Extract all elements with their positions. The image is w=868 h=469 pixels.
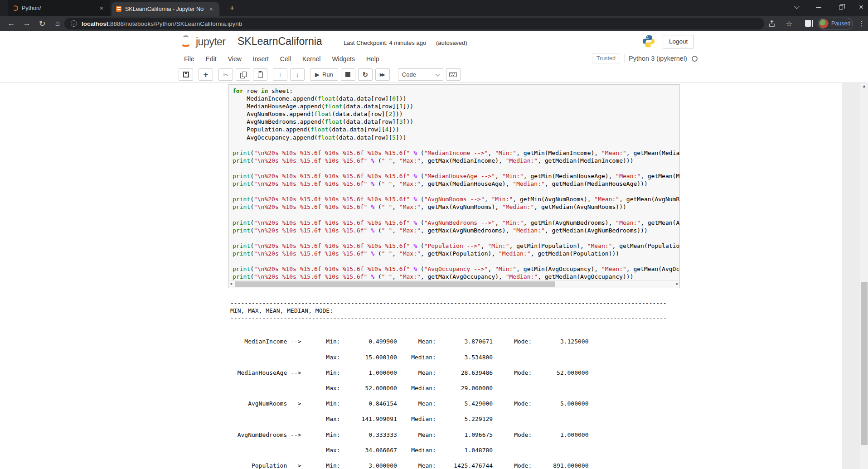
divider — [625, 54, 625, 63]
logout-button[interactable]: Logout — [663, 35, 694, 48]
copy-icon — [240, 72, 246, 77]
notebook-favicon-icon — [116, 6, 121, 12]
notebook-header: jupyter SKLearnCalifornia Last Checkpoin… — [0, 31, 868, 52]
home-icon[interactable]: ⌂ — [51, 16, 64, 31]
menu-kernel[interactable]: Kernel — [298, 55, 325, 63]
scrollbar-thumb[interactable] — [235, 281, 555, 287]
kernel-indicator: Python 3 (ipykernel) — [625, 54, 698, 63]
tab-title: Python/ — [22, 5, 94, 11]
profile-avatar — [819, 19, 829, 29]
move-cell-up-button[interactable]: ↑ — [273, 68, 287, 81]
chevron-down-icon — [435, 72, 440, 76]
url-path: :8888/notebooks/Python/SKLearnCalifornia… — [108, 20, 242, 27]
menu-items: FileEditViewInsertCellKernelWidgetsHelp — [180, 52, 387, 66]
interrupt-kernel-button[interactable] — [341, 68, 355, 81]
scroll-right-icon[interactable]: ▸ — [676, 281, 679, 286]
menu-file[interactable]: File — [180, 55, 199, 63]
cell-type-value: Code — [402, 71, 416, 78]
browser-menu-kebab-icon[interactable]: ⋮ — [855, 16, 868, 31]
save-button[interactable] — [179, 68, 193, 81]
scroll-left-icon[interactable]: ◂ — [230, 281, 232, 286]
sync-paused-label: Paused — [831, 20, 850, 27]
run-button[interactable]: ▶Run — [310, 68, 338, 81]
plus-icon: + — [204, 71, 209, 78]
browser-tab-strip: Python/ × SKLearnCalifornia - Jupyter No… — [0, 0, 868, 16]
fast-forward-icon: ▶▶ — [380, 72, 385, 77]
tab-title: SKLearnCalifornia - Jupyter Note — [125, 6, 204, 12]
copy-cell-button[interactable] — [236, 68, 250, 81]
restart-icon: ↻ — [363, 71, 369, 79]
window-minimize-button[interactable] — [810, 0, 828, 15]
page-vertical-scrollbar[interactable]: ▲ — [860, 83, 868, 469]
tab-loading-spinner-icon — [13, 5, 18, 11]
scissors-icon: ✂ — [223, 71, 228, 78]
paste-cell-button[interactable] — [253, 68, 267, 81]
address-bar[interactable]: i localhost:8888/notebooks/Python/SKLear… — [64, 18, 764, 29]
scrollbar-thumb[interactable] — [861, 282, 868, 445]
move-cell-down-button[interactable]: ↓ — [290, 68, 305, 81]
autosave-status: (autosaved) — [436, 39, 467, 46]
arrow-down-icon: ↓ — [296, 71, 299, 78]
bookmark-star-icon[interactable]: ☆ — [782, 16, 796, 31]
page-info-icon[interactable]: i — [71, 20, 77, 27]
notebook-title[interactable]: SKLearnCalifornia — [238, 35, 322, 48]
paste-icon — [258, 72, 263, 78]
trusted-badge[interactable]: Trusted — [592, 53, 620, 63]
stop-icon — [345, 72, 350, 77]
run-label: Run — [322, 71, 333, 78]
side-panel-icon[interactable] — [805, 20, 811, 27]
jupyter-logo-text[interactable]: jupyter — [196, 36, 226, 48]
menu-cell[interactable]: Cell — [276, 55, 295, 63]
scroll-up-icon[interactable]: ▲ — [860, 84, 868, 88]
kernel-idle-icon — [692, 56, 698, 62]
cell-output: ----------------------------------------… — [230, 299, 842, 469]
command-palette-button[interactable] — [446, 68, 461, 81]
share-icon[interactable] — [765, 16, 779, 31]
notebook-menubar: FileEditViewInsertCellKernelWidgetsHelp … — [0, 52, 868, 66]
python-logo-icon — [642, 34, 655, 50]
window-restore-button[interactable] — [832, 0, 850, 15]
menu-view[interactable]: View — [224, 55, 246, 63]
window-close-button[interactable]: × — [852, 0, 868, 15]
menu-widgets[interactable]: Widgets — [328, 55, 359, 63]
profile-paused-pill[interactable]: Paused — [818, 18, 853, 29]
cell-type-select[interactable]: Code — [398, 68, 443, 81]
menu-edit[interactable]: Edit — [202, 55, 221, 63]
url-text: localhost:8888/notebooks/Python/SKLearnC… — [82, 20, 242, 27]
kernel-name: Python 3 (ipykernel) — [629, 55, 687, 62]
notebook-toolbar: + ✂ ↑ ↓ ▶Run ↻ ▶▶ Code — [0, 66, 868, 83]
browser-tab-python[interactable]: Python/ × — [8, 0, 110, 16]
cell-code-editor[interactable]: for row in sheet: MedianIncome.append(fl… — [229, 85, 679, 281]
arrow-up-icon: ↑ — [279, 71, 282, 78]
jupyter-logo-icon[interactable] — [179, 35, 194, 48]
url-host: localhost — [82, 20, 108, 27]
menu-help[interactable]: Help — [362, 55, 383, 63]
reload-icon[interactable]: ↻ — [35, 16, 49, 31]
code-cell[interactable]: for row in sheet: MedianIncome.append(fl… — [228, 84, 680, 288]
tab-close-icon[interactable]: × — [98, 5, 105, 11]
play-icon: ▶ — [315, 71, 320, 78]
cell-horizontal-scrollbar[interactable]: ◂ ▸ — [229, 280, 679, 288]
restart-run-all-button[interactable]: ▶▶ — [375, 68, 390, 81]
forward-icon[interactable]: → — [20, 16, 34, 31]
new-tab-button[interactable]: + — [227, 3, 238, 14]
cut-cell-button[interactable]: ✂ — [218, 68, 233, 81]
tab-close-icon[interactable]: × — [208, 5, 215, 12]
browser-navbar: ← → ↻ ⌂ i localhost:8888/notebooks/Pytho… — [0, 16, 868, 31]
browser-tab-notebook[interactable]: SKLearnCalifornia - Jupyter Note × — [112, 2, 219, 16]
tab-search-chevron-icon[interactable] — [788, 0, 806, 15]
keyboard-icon — [449, 72, 457, 77]
save-icon — [183, 72, 189, 77]
jupyter-page: jupyter SKLearnCalifornia Last Checkpoin… — [0, 31, 868, 469]
add-cell-button[interactable]: + — [199, 68, 213, 81]
menu-insert[interactable]: Insert — [249, 55, 273, 63]
restart-kernel-button[interactable]: ↻ — [358, 68, 373, 81]
checkpoint-status: Last Checkpoint: 4 minutes ago — [344, 39, 426, 46]
back-icon[interactable]: ← — [5, 16, 18, 31]
page-margin — [842, 83, 860, 469]
